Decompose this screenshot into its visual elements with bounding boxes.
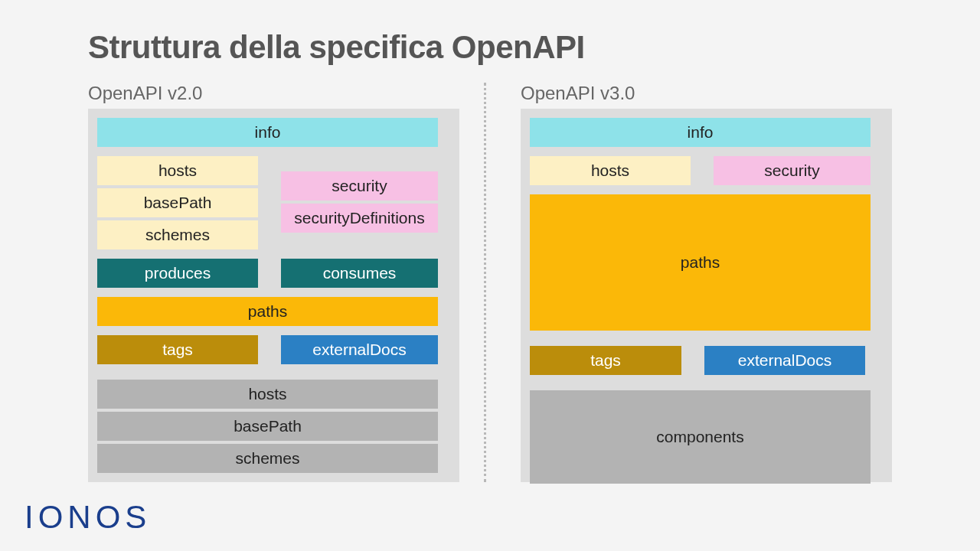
v2-securitydefinitions-box: securityDefinitions [281, 204, 438, 233]
v2-paths-box: paths [97, 297, 438, 326]
v3-externaldocs-box: externalDocs [704, 346, 865, 375]
v2-info-box: info [97, 118, 438, 147]
v2-row-host-security: hosts basePath schemes security security… [97, 156, 450, 249]
v2-bottom-stack: hosts basePath schemes [97, 380, 450, 473]
column-divider [484, 83, 486, 482]
v3-hosts-box: hosts [530, 156, 691, 185]
v3-paths-box: paths [530, 194, 871, 331]
v2-externaldocs-box: externalDocs [281, 335, 438, 364]
v3-row-tags-externaldocs: tags externalDocs [530, 346, 883, 375]
v2-consumes-box: consumes [281, 259, 438, 288]
v2-basepath-box: basePath [97, 188, 258, 217]
v2-tags-box: tags [97, 335, 258, 364]
v2-left-stack: hosts basePath schemes [97, 156, 258, 249]
diagram-title: Struttura della specifica OpenAPI [88, 29, 585, 66]
panel-v2: info hosts basePath schemes security sec… [88, 109, 459, 482]
v2-row-produces-consumes: produces consumes [97, 259, 450, 288]
v2-row-tags-externaldocs: tags externalDocs [97, 335, 450, 364]
ionos-logo: IONOS [24, 499, 151, 536]
panel-v3: info hosts security paths tags externalD… [521, 109, 892, 482]
v3-info-box: info [530, 118, 871, 147]
v2-bottom-hosts-box: hosts [97, 380, 438, 409]
column-label-v3: OpenAPI v3.0 [521, 83, 635, 104]
v3-row-hosts-security: hosts security [530, 156, 883, 185]
v2-bottom-basepath-box: basePath [97, 412, 438, 441]
column-label-v2: OpenAPI v2.0 [88, 83, 202, 104]
v3-components-box: components [530, 390, 871, 484]
v3-security-box: security [714, 156, 871, 185]
v3-tags-box: tags [530, 346, 681, 375]
v2-right-stack: security securityDefinitions [281, 171, 438, 249]
v2-security-box: security [281, 171, 438, 201]
v2-bottom-schemes-box: schemes [97, 444, 438, 473]
v2-hosts-box: hosts [97, 156, 258, 185]
v2-schemes-box: schemes [97, 220, 258, 249]
v2-produces-box: produces [97, 259, 258, 288]
